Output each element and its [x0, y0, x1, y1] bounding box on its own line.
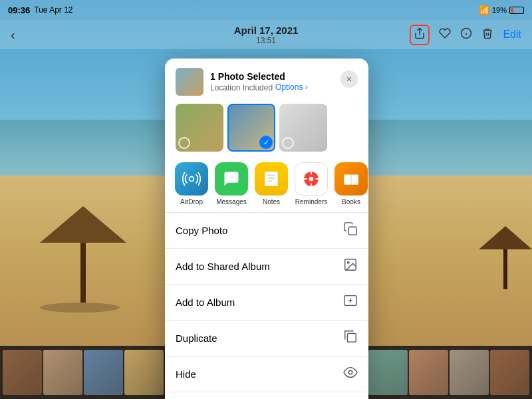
notes-icon — [255, 162, 288, 196]
sheet-subtitle: Location Included — [210, 83, 273, 92]
add-to-album-icon — [343, 293, 358, 311]
film-thumb-12[interactable] — [490, 350, 529, 395]
film-thumb-3[interactable] — [124, 350, 164, 395]
photo-row: ✓ — [165, 96, 368, 158]
svg-point-4 — [190, 177, 194, 182]
edit-button[interactable]: Edit — [503, 29, 521, 41]
action-add-to-album[interactable]: Add to Album — [165, 285, 368, 321]
nav-date-label: April 17, 2021 — [234, 25, 299, 36]
action-hide[interactable]: Hide — [165, 356, 368, 392]
sheet-header: 1 Photo Selected Location Included Optio… — [165, 59, 368, 96]
film-thumb-1[interactable] — [43, 350, 82, 395]
action-duplicate[interactable]: Duplicate — [165, 321, 368, 356]
status-bar: 09:36 Tue Apr 12 📶 19% — [0, 0, 532, 20]
battery-percent: 19% — [492, 6, 507, 14]
action-list: Copy Photo Add to Shared Album Add to Al… — [165, 213, 368, 399]
airdrop-label: AirDrop — [180, 198, 203, 205]
nav-left: ‹ — [11, 27, 15, 43]
hut-shadow — [40, 303, 120, 313]
photo-item-3[interactable] — [279, 104, 327, 152]
add-shared-album-label: Add to Shared Album — [176, 261, 270, 272]
svg-rect-5 — [265, 172, 278, 186]
sheet-options-link[interactable]: Options › — [275, 82, 308, 92]
action-add-shared-album[interactable]: Add to Shared Album — [165, 249, 368, 285]
hide-icon — [343, 365, 358, 383]
reminders-icon — [295, 162, 328, 196]
date-display: Tue Apr 12 — [34, 5, 72, 15]
nav-time-label: 13:51 — [234, 36, 299, 45]
copy-photo-icon — [343, 221, 358, 239]
time-display: 09:36 — [8, 5, 30, 15]
nav-bar: ‹ April 17, 2021 13:51 Edit — [0, 20, 532, 49]
film-thumb-2[interactable] — [84, 350, 123, 395]
hut-left — [40, 206, 126, 303]
app-messages[interactable]: Messages — [211, 162, 251, 205]
sheet-text-info: 1 Photo Selected Location Included Optio… — [210, 71, 308, 92]
hide-label: Hide — [176, 368, 196, 380]
film-thumb-10[interactable] — [409, 350, 448, 395]
apps-row: AirDrop Messages Notes Reminders Books — [165, 158, 368, 213]
sheet-header-info: 1 Photo Selected Location Included Optio… — [176, 68, 308, 96]
photo-select-circle-1 — [178, 137, 190, 149]
share-sheet: 1 Photo Selected Location Included Optio… — [165, 59, 368, 399]
books-icon — [334, 162, 368, 196]
books-label: Books — [342, 198, 360, 205]
film-thumb-0[interactable] — [3, 350, 42, 395]
svg-point-20 — [347, 261, 349, 263]
back-button[interactable]: ‹ — [11, 27, 15, 43]
film-thumb-9[interactable] — [368, 350, 408, 395]
film-thumb-11[interactable] — [450, 350, 489, 395]
photo-select-circle-3 — [282, 137, 294, 149]
delete-button[interactable] — [481, 27, 493, 43]
app-books[interactable]: Books — [331, 162, 368, 205]
messages-icon — [215, 162, 248, 196]
favorite-button[interactable] — [439, 27, 451, 43]
photo-item-2[interactable]: ✓ — [227, 104, 275, 152]
duplicate-label: Duplicate — [176, 332, 217, 344]
notes-label: Notes — [263, 198, 280, 205]
nav-right: Edit — [410, 25, 521, 45]
action-copy-photo[interactable]: Copy Photo — [165, 213, 368, 249]
add-to-album-label: Add to Album — [176, 297, 235, 308]
svg-rect-24 — [347, 333, 356, 342]
copy-photo-label: Copy Photo — [176, 225, 227, 236]
battery-fill — [511, 8, 513, 13]
wifi-icon: 📶 — [479, 5, 489, 15]
close-button[interactable]: × — [340, 70, 358, 88]
sheet-thumbnail — [176, 68, 203, 96]
add-shared-album-icon — [343, 257, 358, 275]
photo-item-1[interactable] — [176, 104, 223, 152]
svg-rect-18 — [348, 227, 356, 235]
messages-label: Messages — [216, 198, 247, 205]
app-airdrop[interactable]: AirDrop — [172, 162, 211, 205]
hut-right — [479, 226, 532, 289]
nav-date: April 17, 2021 13:51 — [234, 25, 299, 45]
svg-point-25 — [348, 370, 352, 374]
app-notes[interactable]: Notes — [251, 162, 291, 205]
sheet-title: 1 Photo Selected — [210, 71, 308, 82]
status-right: 📶 19% — [479, 5, 524, 15]
info-button[interactable] — [460, 27, 472, 43]
svg-point-10 — [309, 177, 314, 182]
reminders-label: Reminders — [295, 198, 327, 205]
status-left: 09:36 Tue Apr 12 — [8, 5, 73, 15]
action-slideshow[interactable]: Slideshow — [165, 392, 368, 399]
photo-checkmark-2: ✓ — [259, 136, 273, 149]
battery-icon — [509, 7, 524, 14]
app-reminders[interactable]: Reminders — [291, 162, 331, 205]
share-button[interactable] — [410, 25, 430, 45]
sheet-subtitle-row: Location Included Options › — [210, 82, 308, 92]
airdrop-icon — [175, 162, 208, 196]
duplicate-icon — [343, 329, 358, 347]
